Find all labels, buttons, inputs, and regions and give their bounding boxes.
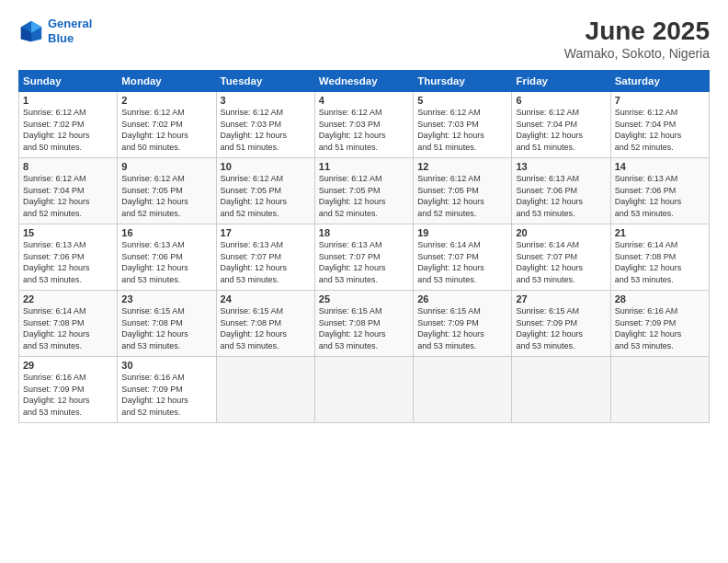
table-row: 2Sunrise: 6:12 AM Sunset: 7:02 PM Daylig… bbox=[118, 92, 216, 158]
day-info: Sunrise: 6:15 AM Sunset: 7:08 PM Dayligh… bbox=[319, 305, 409, 351]
table-row: 20Sunrise: 6:14 AM Sunset: 7:07 PM Dayli… bbox=[512, 224, 610, 291]
day-number: 27 bbox=[516, 293, 606, 304]
day-info: Sunrise: 6:13 AM Sunset: 7:06 PM Dayligh… bbox=[121, 239, 211, 285]
calendar-table: SundayMondayTuesdayWednesdayThursdayFrid… bbox=[18, 70, 710, 423]
table-row: 28Sunrise: 6:16 AM Sunset: 7:09 PM Dayli… bbox=[610, 291, 709, 357]
table-row bbox=[512, 357, 610, 423]
day-info: Sunrise: 6:13 AM Sunset: 7:07 PM Dayligh… bbox=[319, 239, 409, 285]
table-row: 10Sunrise: 6:12 AM Sunset: 7:05 PM Dayli… bbox=[216, 158, 314, 224]
table-row: 3Sunrise: 6:12 AM Sunset: 7:03 PM Daylig… bbox=[216, 92, 314, 158]
header: General Blue June 2025 Wamako, Sokoto, N… bbox=[18, 17, 710, 61]
day-number: 28 bbox=[615, 293, 705, 304]
table-row: 13Sunrise: 6:13 AM Sunset: 7:06 PM Dayli… bbox=[512, 158, 610, 224]
table-row bbox=[414, 357, 512, 423]
day-info: Sunrise: 6:12 AM Sunset: 7:03 PM Dayligh… bbox=[319, 107, 409, 153]
day-number: 24 bbox=[221, 293, 311, 304]
day-info: Sunrise: 6:12 AM Sunset: 7:04 PM Dayligh… bbox=[615, 107, 705, 153]
day-info: Sunrise: 6:14 AM Sunset: 7:08 PM Dayligh… bbox=[615, 239, 705, 285]
day-number: 10 bbox=[221, 161, 311, 172]
day-number: 4 bbox=[319, 95, 409, 106]
day-number: 12 bbox=[417, 161, 507, 172]
table-row: 23Sunrise: 6:15 AM Sunset: 7:08 PM Dayli… bbox=[118, 291, 216, 357]
table-row: 29Sunrise: 6:16 AM Sunset: 7:09 PM Dayli… bbox=[19, 357, 118, 423]
day-number: 1 bbox=[23, 95, 113, 106]
table-row: 8Sunrise: 6:12 AM Sunset: 7:04 PM Daylig… bbox=[19, 158, 118, 224]
day-info: Sunrise: 6:13 AM Sunset: 7:06 PM Dayligh… bbox=[615, 173, 705, 219]
subtitle: Wamako, Sokoto, Nigeria bbox=[564, 46, 710, 61]
day-info: Sunrise: 6:16 AM Sunset: 7:09 PM Dayligh… bbox=[23, 372, 113, 418]
title-block: June 2025 Wamako, Sokoto, Nigeria bbox=[564, 17, 710, 61]
logo-text: General Blue bbox=[48, 17, 92, 45]
day-number: 2 bbox=[121, 95, 211, 106]
table-row bbox=[216, 357, 314, 423]
table-row: 14Sunrise: 6:13 AM Sunset: 7:06 PM Dayli… bbox=[610, 158, 709, 224]
day-number: 11 bbox=[319, 161, 409, 172]
table-row: 11Sunrise: 6:12 AM Sunset: 7:05 PM Dayli… bbox=[314, 158, 413, 224]
table-row: 27Sunrise: 6:15 AM Sunset: 7:09 PM Dayli… bbox=[512, 291, 610, 357]
day-number: 25 bbox=[319, 293, 409, 304]
day-info: Sunrise: 6:13 AM Sunset: 7:07 PM Dayligh… bbox=[221, 239, 311, 285]
day-info: Sunrise: 6:16 AM Sunset: 7:09 PM Dayligh… bbox=[121, 372, 211, 418]
table-row: 6Sunrise: 6:12 AM Sunset: 7:04 PM Daylig… bbox=[512, 92, 610, 158]
day-number: 23 bbox=[121, 293, 211, 304]
week-row-5: 29Sunrise: 6:16 AM Sunset: 7:09 PM Dayli… bbox=[19, 357, 710, 423]
day-number: 15 bbox=[23, 227, 113, 238]
day-info: Sunrise: 6:12 AM Sunset: 7:05 PM Dayligh… bbox=[221, 173, 311, 219]
day-number: 19 bbox=[417, 227, 507, 238]
day-info: Sunrise: 6:13 AM Sunset: 7:06 PM Dayligh… bbox=[516, 173, 606, 219]
table-row: 19Sunrise: 6:14 AM Sunset: 7:07 PM Dayli… bbox=[414, 224, 512, 291]
table-row: 30Sunrise: 6:16 AM Sunset: 7:09 PM Dayli… bbox=[118, 357, 216, 423]
day-info: Sunrise: 6:15 AM Sunset: 7:09 PM Dayligh… bbox=[417, 305, 507, 351]
header-row: SundayMondayTuesdayWednesdayThursdayFrid… bbox=[19, 71, 710, 92]
table-row: 12Sunrise: 6:12 AM Sunset: 7:05 PM Dayli… bbox=[414, 158, 512, 224]
table-row: 5Sunrise: 6:12 AM Sunset: 7:03 PM Daylig… bbox=[414, 92, 512, 158]
main-title: June 2025 bbox=[564, 17, 710, 46]
day-info: Sunrise: 6:12 AM Sunset: 7:02 PM Dayligh… bbox=[23, 107, 113, 153]
table-row: 17Sunrise: 6:13 AM Sunset: 7:07 PM Dayli… bbox=[216, 224, 314, 291]
page: General Blue June 2025 Wamako, Sokoto, N… bbox=[0, 0, 728, 563]
logo-icon bbox=[18, 18, 44, 44]
day-number: 17 bbox=[221, 227, 311, 238]
table-row: 16Sunrise: 6:13 AM Sunset: 7:06 PM Dayli… bbox=[118, 224, 216, 291]
col-header-tuesday: Tuesday bbox=[216, 71, 314, 92]
table-row bbox=[314, 357, 413, 423]
day-info: Sunrise: 6:12 AM Sunset: 7:04 PM Dayligh… bbox=[23, 173, 113, 219]
day-number: 20 bbox=[516, 227, 606, 238]
col-header-wednesday: Wednesday bbox=[314, 71, 413, 92]
day-info: Sunrise: 6:12 AM Sunset: 7:05 PM Dayligh… bbox=[319, 173, 409, 219]
day-info: Sunrise: 6:14 AM Sunset: 7:07 PM Dayligh… bbox=[417, 239, 507, 285]
day-info: Sunrise: 6:12 AM Sunset: 7:03 PM Dayligh… bbox=[221, 107, 311, 153]
day-info: Sunrise: 6:12 AM Sunset: 7:05 PM Dayligh… bbox=[121, 173, 211, 219]
day-number: 22 bbox=[23, 293, 113, 304]
col-header-sunday: Sunday bbox=[19, 71, 118, 92]
day-number: 16 bbox=[121, 227, 211, 238]
table-row: 26Sunrise: 6:15 AM Sunset: 7:09 PM Dayli… bbox=[414, 291, 512, 357]
week-row-2: 8Sunrise: 6:12 AM Sunset: 7:04 PM Daylig… bbox=[19, 158, 710, 224]
day-info: Sunrise: 6:12 AM Sunset: 7:04 PM Dayligh… bbox=[516, 107, 606, 153]
day-number: 8 bbox=[23, 161, 113, 172]
col-header-friday: Friday bbox=[512, 71, 610, 92]
week-row-4: 22Sunrise: 6:14 AM Sunset: 7:08 PM Dayli… bbox=[19, 291, 710, 357]
day-info: Sunrise: 6:13 AM Sunset: 7:06 PM Dayligh… bbox=[23, 239, 113, 285]
day-info: Sunrise: 6:12 AM Sunset: 7:03 PM Dayligh… bbox=[417, 107, 507, 153]
day-info: Sunrise: 6:12 AM Sunset: 7:02 PM Dayligh… bbox=[121, 107, 211, 153]
day-number: 30 bbox=[121, 360, 211, 371]
col-header-monday: Monday bbox=[118, 71, 216, 92]
day-number: 14 bbox=[615, 161, 705, 172]
table-row: 4Sunrise: 6:12 AM Sunset: 7:03 PM Daylig… bbox=[314, 92, 413, 158]
table-row: 15Sunrise: 6:13 AM Sunset: 7:06 PM Dayli… bbox=[19, 224, 118, 291]
day-number: 3 bbox=[221, 95, 311, 106]
table-row: 24Sunrise: 6:15 AM Sunset: 7:08 PM Dayli… bbox=[216, 291, 314, 357]
table-row: 9Sunrise: 6:12 AM Sunset: 7:05 PM Daylig… bbox=[118, 158, 216, 224]
day-number: 13 bbox=[516, 161, 606, 172]
logo: General Blue bbox=[18, 17, 92, 45]
day-info: Sunrise: 6:16 AM Sunset: 7:09 PM Dayligh… bbox=[615, 305, 705, 351]
table-row: 18Sunrise: 6:13 AM Sunset: 7:07 PM Dayli… bbox=[314, 224, 413, 291]
day-number: 9 bbox=[121, 161, 211, 172]
day-info: Sunrise: 6:12 AM Sunset: 7:05 PM Dayligh… bbox=[417, 173, 507, 219]
table-row bbox=[610, 357, 709, 423]
table-row: 25Sunrise: 6:15 AM Sunset: 7:08 PM Dayli… bbox=[314, 291, 413, 357]
day-number: 26 bbox=[417, 293, 507, 304]
day-number: 6 bbox=[516, 95, 606, 106]
col-header-saturday: Saturday bbox=[610, 71, 709, 92]
